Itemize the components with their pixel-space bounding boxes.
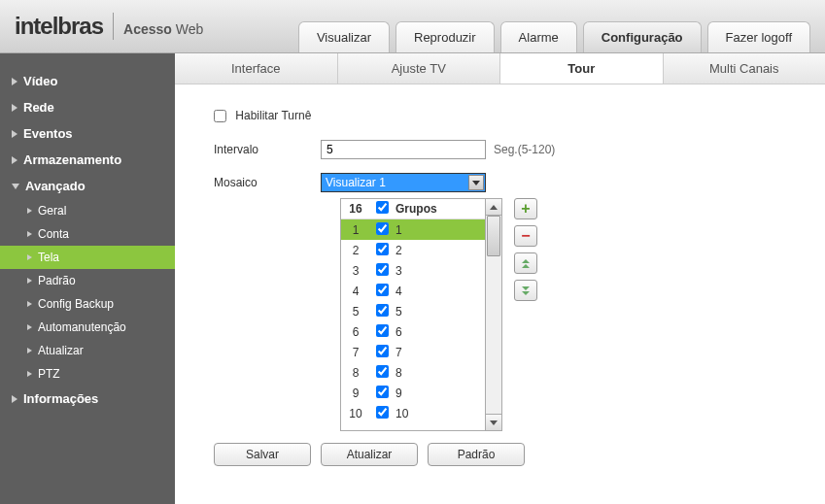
groups-area: 16Grupos1122334455667788991010 + − [340, 198, 806, 431]
row-checkbox[interactable] [376, 263, 389, 276]
add-group-button[interactable]: + [514, 198, 537, 219]
logo-divider [113, 13, 114, 40]
chevron-right-icon [27, 208, 32, 214]
sidebar-item-rede[interactable]: Rede [0, 94, 175, 120]
table-row[interactable]: 55 [341, 301, 485, 321]
tab-visualizar[interactable]: Visualizar [298, 21, 390, 52]
chevron-right-icon [27, 301, 32, 307]
minus-icon: − [521, 228, 530, 244]
enable-tour-checkbox[interactable] [214, 110, 226, 122]
top-tabs: VisualizarReproduzirAlarmeConfiguraçãoFa… [298, 0, 810, 52]
intervalo-input[interactable] [321, 140, 486, 159]
chevron-right-icon [27, 371, 32, 377]
enable-tour-row: Habilitar Turnê [194, 109, 806, 122]
sub-tabs: InterfaceAjuste TVTourMulti Canais [175, 53, 825, 84]
mosaico-value: Visualizar 1 [326, 176, 481, 189]
sidebar-item-armazenamento[interactable]: Armazenamento [0, 147, 175, 173]
chevron-right-icon [27, 348, 32, 353]
double-up-icon [522, 259, 530, 268]
subtab-ajuste-tv[interactable]: Ajuste TV [338, 53, 501, 84]
row-checkbox[interactable] [376, 243, 389, 255]
double-down-icon [522, 286, 530, 295]
tab-reproduzir[interactable]: Reproduzir [395, 21, 495, 52]
mosaico-select[interactable]: Visualizar 1 [321, 173, 486, 192]
subtab-multi-canais[interactable]: Multi Canais [664, 53, 826, 84]
tour-content: Habilitar Turnê Intervalo Seg.(5-120) Mo… [175, 84, 825, 490]
sidebar: VídeoRedeEventosArmazenamentoAvançadoGer… [0, 53, 175, 504]
subtab-interface[interactable]: Interface [175, 53, 338, 84]
move-up-button[interactable] [514, 252, 537, 274]
default-button[interactable]: Padrão [428, 443, 525, 466]
scroll-down-icon[interactable] [486, 414, 501, 430]
sidebar-sub-conta[interactable]: Conta [0, 222, 175, 246]
row-checkbox[interactable] [376, 365, 389, 378]
sidebar-sub-ptz[interactable]: PTZ [0, 362, 175, 386]
row-checkbox[interactable] [376, 386, 389, 398]
brand-name: intelbras [15, 13, 103, 40]
table-row[interactable]: 22 [341, 240, 485, 260]
row-checkbox[interactable] [376, 222, 389, 235]
chevron-right-icon [12, 104, 17, 112]
plus-icon: + [521, 201, 530, 217]
tab-fazer-logoff[interactable]: Fazer logoff [707, 21, 810, 52]
chevron-down-icon[interactable] [468, 175, 484, 190]
action-buttons: Salvar Atualizar Padrão [214, 443, 806, 466]
sidebar-sub-config-backup[interactable]: Config Backup [0, 292, 175, 316]
chevron-right-icon [27, 324, 32, 330]
sidebar-item-informações[interactable]: Informações [0, 386, 175, 412]
groups-scrollbar[interactable] [486, 198, 502, 431]
chevron-right-icon [12, 395, 17, 403]
chevron-right-icon [12, 78, 17, 85]
row-checkbox[interactable] [376, 284, 389, 296]
subtab-tour[interactable]: Tour [500, 53, 664, 84]
row-checkbox[interactable] [376, 345, 389, 357]
refresh-button[interactable]: Atualizar [321, 443, 418, 466]
groups-select-all[interactable] [376, 201, 389, 214]
groups-table: 16Grupos1122334455667788991010 [340, 198, 486, 431]
table-row[interactable]: 88 [341, 362, 485, 383]
chevron-down-icon [12, 184, 19, 189]
intervalo-row: Intervalo Seg.(5-120) [194, 140, 806, 159]
groups-header: 16Grupos [341, 199, 485, 219]
tab-alarme[interactable]: Alarme [500, 21, 577, 52]
mosaico-label: Mosaico [194, 176, 321, 189]
mosaico-row: Mosaico Visualizar 1 [194, 173, 806, 192]
chevron-right-icon [27, 278, 32, 284]
row-checkbox[interactable] [376, 304, 389, 317]
table-row[interactable]: 11 [341, 219, 485, 240]
save-button[interactable]: Salvar [214, 443, 311, 466]
scroll-thumb[interactable] [486, 216, 501, 414]
scroll-up-icon[interactable] [486, 199, 501, 216]
brand-logo: intelbras Acesso Web [15, 13, 203, 40]
chevron-right-icon [27, 254, 32, 260]
tab-configuração[interactable]: Configuração [583, 21, 702, 52]
sidebar-sub-geral[interactable]: Geral [0, 199, 175, 222]
table-row[interactable]: 77 [341, 342, 485, 362]
row-checkbox[interactable] [376, 324, 389, 337]
intervalo-label: Intervalo [194, 143, 321, 156]
chevron-right-icon [27, 231, 32, 237]
table-row[interactable]: 1010 [341, 403, 485, 423]
brand-subtitle: Acesso Web [123, 21, 203, 37]
sidebar-sub-atualizar[interactable]: Atualizar [0, 339, 175, 362]
chevron-right-icon [12, 130, 17, 138]
remove-group-button[interactable]: − [514, 225, 537, 247]
sidebar-sub-tela[interactable]: Tela [0, 246, 175, 269]
sidebar-sub-automanutenção[interactable]: Automanutenção [0, 316, 175, 339]
groups-side-buttons: + − [514, 198, 537, 431]
sidebar-item-avançado[interactable]: Avançado [0, 173, 175, 199]
move-down-button[interactable] [514, 280, 537, 301]
chevron-right-icon [12, 156, 17, 164]
enable-tour-label: Habilitar Turnê [235, 109, 311, 122]
table-row[interactable]: 33 [341, 260, 485, 281]
sidebar-item-vídeo[interactable]: Vídeo [0, 68, 175, 94]
table-row[interactable]: 44 [341, 281, 485, 301]
table-row[interactable]: 66 [341, 321, 485, 342]
sidebar-item-eventos[interactable]: Eventos [0, 120, 175, 147]
header: intelbras Acesso Web VisualizarReproduzi… [0, 0, 825, 53]
sidebar-sub-padrão[interactable]: Padrão [0, 269, 175, 292]
table-row[interactable]: 99 [341, 383, 485, 403]
row-checkbox[interactable] [376, 406, 389, 419]
main-panel: InterfaceAjuste TVTourMulti Canais Habil… [175, 53, 825, 504]
intervalo-hint: Seg.(5-120) [494, 143, 555, 156]
